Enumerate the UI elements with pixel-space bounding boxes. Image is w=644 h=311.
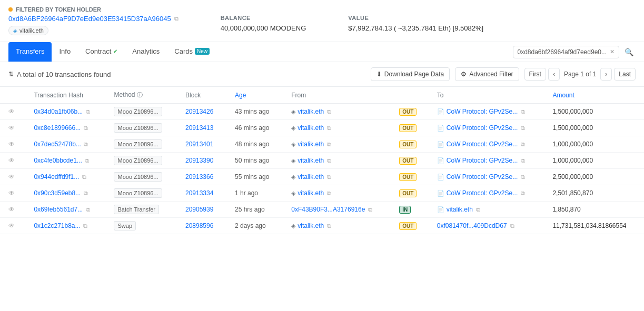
from-link[interactable]: 0xF43B90F3...A3176916e: [291, 206, 365, 213]
eye-icon[interactable]: 👁: [8, 173, 15, 180]
block-link[interactable]: 20913390: [185, 157, 213, 164]
tx-cell: 0xc8e1899666... ⧉: [25, 120, 105, 136]
tab-analytics[interactable]: Analytics: [125, 42, 167, 62]
first-page-btn[interactable]: First: [524, 68, 546, 81]
dir-cell: OUT: [391, 136, 429, 153]
tx-copy-icon[interactable]: ⧉: [83, 223, 87, 229]
tab-transfers[interactable]: Transfers: [8, 42, 52, 62]
download-btn[interactable]: ⬇ Download Page Data: [371, 67, 450, 81]
tx-link[interactable]: 0x7ded52478b...: [34, 141, 81, 148]
eye-icon[interactable]: 👁: [8, 108, 15, 115]
to-link[interactable]: CoW Protocol: GPv2Se...: [447, 189, 518, 197]
eye-icon[interactable]: 👁: [8, 222, 15, 229]
tx-copy-icon[interactable]: ⧉: [86, 206, 90, 213]
from-copy-icon[interactable]: ⧉: [327, 174, 331, 180]
method-info-icon[interactable]: ⓘ: [137, 92, 143, 98]
to-cell-wrap: 📄 CoW Protocol: GPv2Se... ⧉: [429, 120, 544, 136]
from-icon: ◈: [291, 174, 295, 180]
tab-info[interactable]: Info: [52, 42, 78, 62]
eye-icon[interactable]: 👁: [8, 157, 15, 164]
tx-link[interactable]: 0x944edffd9f1...: [34, 173, 79, 180]
to-link[interactable]: 0xf081470f...409DcdD67: [437, 222, 507, 229]
eye-icon[interactable]: 👁: [8, 206, 15, 213]
results-summary: ⇅ A total of 10 transactions found: [8, 71, 111, 78]
to-link[interactable]: CoW Protocol: GPv2Se...: [447, 173, 518, 180]
prev-page-btn[interactable]: ‹: [548, 68, 560, 81]
tx-link[interactable]: 0x1c2c271b8a...: [34, 222, 80, 229]
eye-icon[interactable]: 👁: [8, 189, 15, 197]
from-link[interactable]: vitalik.eth: [298, 157, 324, 164]
to-link[interactable]: CoW Protocol: GPv2Se...: [447, 124, 518, 132]
from-link[interactable]: vitalik.eth: [298, 141, 324, 148]
tab-cards[interactable]: Cards New: [167, 42, 217, 62]
tx-copy-icon[interactable]: ⧉: [85, 157, 89, 164]
last-page-btn[interactable]: Last: [614, 68, 636, 81]
tabs-left: Transfers Info Contract ✔ Analytics Card…: [8, 42, 217, 62]
next-page-btn[interactable]: ›: [600, 68, 612, 81]
results-actions: ⬇ Download Page Data ⚙ Advanced Filter F…: [371, 67, 636, 81]
tx-link[interactable]: 0x90c3d59eb8...: [34, 189, 81, 197]
tx-link[interactable]: 0x69feb5561d7...: [34, 206, 83, 213]
dir-cell: OUT: [391, 120, 429, 136]
from-link[interactable]: vitalik.eth: [298, 222, 324, 229]
from-link[interactable]: vitalik.eth: [298, 108, 324, 115]
from-copy-icon[interactable]: ⧉: [327, 125, 331, 132]
age-cell: 2 days ago: [226, 218, 283, 234]
from-copy-icon[interactable]: ⧉: [368, 206, 372, 213]
block-link[interactable]: 20905939: [185, 206, 213, 213]
tabs-right: 0xd8da6bf26964af9d7eed9e0... ✕ 🔍: [513, 46, 636, 58]
from-copy-icon[interactable]: ⧉: [327, 141, 331, 148]
tx-link[interactable]: 0xc4fe0bbcde1...: [34, 157, 82, 164]
col-method: Method ⓘ: [105, 87, 177, 104]
block-link[interactable]: 20913413: [185, 124, 213, 132]
block-link[interactable]: 20913426: [185, 108, 213, 115]
tx-copy-icon[interactable]: ⧉: [82, 174, 86, 180]
from-cell-wrap: ◈ vitalik.eth ⧉: [283, 185, 391, 202]
filter-btn[interactable]: ⚙ Advanced Filter: [455, 67, 519, 81]
to-copy-icon[interactable]: ⧉: [521, 125, 525, 132]
tx-link[interactable]: 0xc8e1899666...: [34, 124, 81, 132]
to-link[interactable]: CoW Protocol: GPv2Se...: [447, 108, 518, 115]
to-copy-icon[interactable]: ⧉: [521, 157, 525, 164]
amount-text: 1,500,000,000: [552, 108, 593, 115]
age-text: 48 mins ago: [235, 141, 269, 148]
tab-contract[interactable]: Contract ✔: [78, 42, 125, 62]
from-copy-icon[interactable]: ⧉: [327, 223, 331, 229]
to-copy-icon[interactable]: ⧉: [510, 223, 514, 229]
to-copy-icon[interactable]: ⧉: [521, 108, 525, 115]
to-copy-icon[interactable]: ⧉: [521, 190, 525, 197]
address-copy-icon[interactable]: ⧉: [174, 15, 179, 22]
tx-copy-icon[interactable]: ⧉: [84, 190, 88, 196]
block-link[interactable]: 20898596: [185, 222, 213, 229]
search-button[interactable]: 🔍: [622, 47, 636, 57]
eye-icon[interactable]: 👁: [8, 141, 15, 148]
tx-link[interactable]: 0x34d0a1fb06b...: [34, 108, 83, 115]
address-link[interactable]: 0xd8A6BF26964aF9D7eEd9e03E53415D37aA9604…: [8, 15, 179, 23]
to-cell-wrap: 📄 CoW Protocol: GPv2Se... ⧉: [429, 136, 544, 153]
block-link[interactable]: 20913334: [185, 189, 213, 197]
to-link[interactable]: CoW Protocol: GPv2Se...: [447, 157, 518, 164]
tx-copy-icon[interactable]: ⧉: [84, 141, 88, 147]
from-link[interactable]: vitalik.eth: [298, 173, 324, 180]
from-copy-icon[interactable]: ⧉: [327, 157, 331, 164]
to-copy-icon[interactable]: ⧉: [521, 174, 525, 180]
block-link[interactable]: 20913366: [185, 173, 213, 180]
from-cell: ◈ vitalik.eth ⧉: [291, 141, 382, 148]
to-copy-icon[interactable]: ⧉: [521, 141, 525, 148]
from-copy-icon[interactable]: ⧉: [327, 190, 331, 197]
age-text: 55 mins ago: [235, 173, 269, 180]
to-link[interactable]: CoW Protocol: GPv2Se...: [447, 141, 518, 148]
to-copy-icon[interactable]: ⧉: [476, 206, 480, 213]
from-copy-icon[interactable]: ⧉: [327, 108, 331, 115]
block-cell: 20913401: [177, 136, 226, 153]
to-link[interactable]: vitalik.eth: [447, 206, 473, 213]
tx-copy-icon[interactable]: ⧉: [84, 125, 88, 131]
dir-in-badge: IN: [399, 206, 411, 214]
tabs-bar: Transfers Info Contract ✔ Analytics Card…: [0, 42, 644, 62]
from-link[interactable]: vitalik.eth: [298, 124, 324, 132]
search-box-close[interactable]: ✕: [610, 48, 615, 55]
tx-copy-icon[interactable]: ⧉: [86, 108, 90, 115]
eye-icon[interactable]: 👁: [8, 124, 15, 132]
block-link[interactable]: 20913401: [185, 141, 213, 148]
from-link[interactable]: vitalik.eth: [298, 189, 324, 197]
